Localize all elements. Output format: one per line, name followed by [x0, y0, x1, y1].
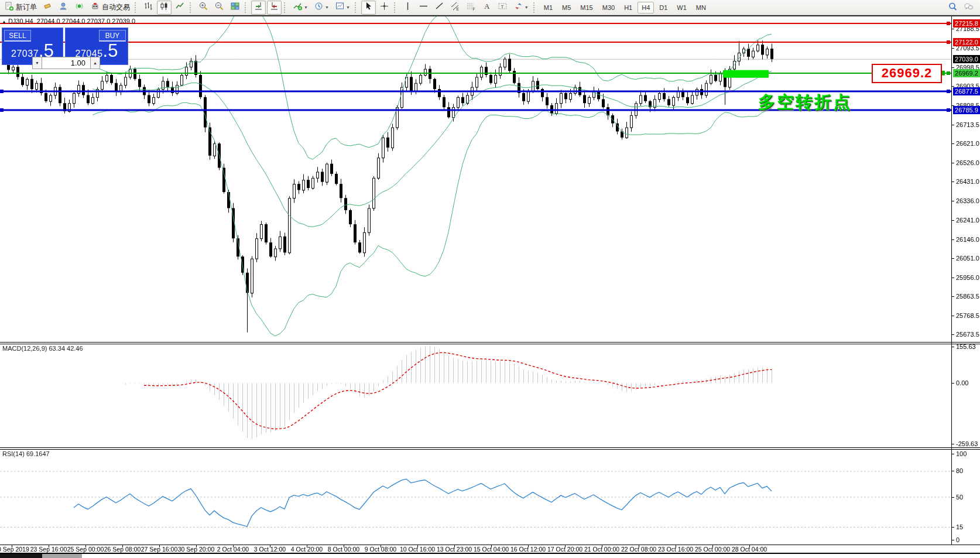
- chevron-down-icon: ▼: [304, 5, 308, 9]
- scrollbar-thumb[interactable]: [42, 554, 82, 558]
- crosshair-button[interactable]: [377, 1, 392, 15]
- line-chart-button[interactable]: [173, 1, 187, 15]
- chart-header: ▲DJ30,H4 27044.0 27044.0 27037.0 27039.0: [2, 18, 135, 25]
- fibonacci-button[interactable]: F: [464, 1, 478, 15]
- new-order-icon: [4, 1, 14, 13]
- timeframe-m5[interactable]: M5: [558, 2, 575, 13]
- hline-icon: [419, 1, 429, 13]
- time-axis-label: 23 Oct 16:00: [658, 546, 693, 553]
- eraser-button[interactable]: [40, 1, 55, 15]
- price-axis-tick: 25768.5: [956, 312, 979, 319]
- macd-axis-tick: 155.63: [956, 343, 976, 350]
- templates-button[interactable]: ▼: [333, 1, 352, 15]
- annotation-text[interactable]: 多空转折点: [758, 91, 852, 114]
- vline-icon: [403, 1, 413, 13]
- horizontal-scrollbar[interactable]: [0, 553, 980, 558]
- profiles-button[interactable]: [56, 1, 71, 15]
- horizontal-line-button[interactable]: [416, 1, 431, 15]
- ohlc-values: 27044.0 27044.0 27037.0 27039.0: [37, 18, 135, 25]
- timeframe-m30[interactable]: M30: [598, 2, 619, 13]
- volume-stepper: ▼ ▲: [32, 57, 100, 69]
- symbol-period-label: DJ30,H4: [8, 18, 33, 25]
- auto-scroll-icon: [253, 1, 263, 13]
- price-axis-tick: 26241.0: [956, 217, 979, 224]
- time-axis-label: 26 Sep 08:00: [104, 546, 141, 553]
- timeframe-h1[interactable]: H1: [620, 2, 636, 13]
- templates-icon: [335, 1, 345, 13]
- auto-scroll-button[interactable]: [251, 1, 266, 15]
- toolbar-group: [251, 1, 282, 15]
- indicators-button[interactable]: ▼: [290, 1, 310, 15]
- buy-button[interactable]: BUY: [99, 30, 126, 42]
- timeframe-h4[interactable]: H4: [638, 2, 654, 13]
- svg-text:T: T: [501, 4, 503, 9]
- news-button[interactable]: [72, 1, 87, 15]
- arrows-icon: [513, 1, 523, 13]
- trendline-icon: [434, 1, 444, 13]
- macd-axis-tick: 0.00: [956, 379, 968, 386]
- candlestick-chart-button[interactable]: [157, 1, 172, 15]
- timeframe-d1[interactable]: D1: [655, 2, 671, 13]
- price-tag: 27122.0: [953, 38, 980, 46]
- price-tag: 26969.2: [953, 69, 980, 77]
- rsi-axis-tick: 100: [956, 450, 967, 457]
- new-order-button[interactable]: 新订单: [2, 1, 39, 15]
- toolbar-separator: [135, 2, 139, 13]
- equidistant-channel-button[interactable]: E: [448, 1, 462, 15]
- svg-text:F: F: [472, 7, 475, 11]
- timeframe-m1[interactable]: M1: [540, 2, 557, 13]
- volume-increase-button[interactable]: ▲: [90, 57, 100, 69]
- toolbar-button-label: 新订单: [16, 2, 37, 12]
- tile-windows-icon: [230, 1, 240, 13]
- periods-button[interactable]: ▼: [311, 1, 331, 15]
- price-axis-tick: 25863.5: [956, 293, 979, 300]
- arrows-button[interactable]: ▼: [511, 1, 531, 15]
- timeframe-w1[interactable]: W1: [673, 2, 691, 13]
- toolbar-separator: [394, 2, 398, 13]
- cursor-button[interactable]: [361, 1, 376, 15]
- sell-button[interactable]: SELL: [4, 30, 31, 42]
- toolbar-right-icons: [945, 0, 976, 15]
- toolbar-group: EFAT▼: [400, 1, 532, 15]
- zoom-out-button[interactable]: [212, 1, 227, 15]
- time-axis-label: 25 Oct 00:00: [695, 546, 730, 553]
- zoom-in-button[interactable]: [196, 1, 211, 15]
- time-axis-label: 25 Sep 00:00: [67, 546, 104, 553]
- panel-collapse-icon[interactable]: ▲: [2, 19, 6, 25]
- bar-chart-button[interactable]: [141, 1, 156, 15]
- chevron-down-icon: ▼: [525, 5, 529, 9]
- trendline-button[interactable]: [432, 1, 447, 15]
- scrollbar-segment-dark[interactable]: [0, 554, 42, 558]
- price-tag: 27039.0: [953, 55, 980, 63]
- time-axis-label: 23 Sep 16:00: [30, 546, 67, 553]
- toolbar-group: 新订单自动交易: [1, 1, 133, 15]
- price-tag: 26877.5: [953, 87, 980, 95]
- candles-icon: [159, 1, 169, 13]
- tile-windows-button[interactable]: [228, 1, 242, 15]
- toolbar-separator: [533, 2, 537, 13]
- text-label-button[interactable]: T: [495, 1, 510, 15]
- mt4-window: 新订单自动交易▼▼▼EFAT▼M1M5M15M30H1H4D1W1MN ▲DJ3…: [0, 0, 980, 558]
- price-axis-tick: 26713.5: [956, 121, 979, 128]
- profiles-icon: [59, 1, 68, 13]
- price-axis-tick: 26051.0: [956, 255, 979, 262]
- time-axis-label: 21 Oct 00:00: [584, 546, 619, 553]
- zoom-in-icon: [198, 1, 208, 13]
- vertical-line-button[interactable]: [400, 1, 415, 15]
- search-button[interactable]: [945, 1, 960, 15]
- volume-decrease-button[interactable]: ▼: [32, 57, 42, 69]
- chat-button[interactable]: [961, 1, 976, 15]
- volume-input[interactable]: [42, 57, 90, 69]
- news-icon: [74, 1, 84, 13]
- toolbar-group: [141, 1, 188, 15]
- timeframe-mn[interactable]: MN: [692, 2, 710, 13]
- chart-shift-button[interactable]: [267, 1, 282, 15]
- text-button[interactable]: A: [479, 1, 494, 15]
- zoom-out-icon: [214, 1, 224, 13]
- time-axis-label: 27 Sep 16:00: [141, 546, 177, 553]
- periods-icon: [314, 1, 324, 13]
- toolbar-separator: [284, 2, 288, 13]
- price-alert-label[interactable]: 26969.2: [872, 64, 942, 83]
- timeframe-m15[interactable]: M15: [576, 2, 597, 13]
- autotrading-button[interactable]: 自动交易: [88, 1, 132, 15]
